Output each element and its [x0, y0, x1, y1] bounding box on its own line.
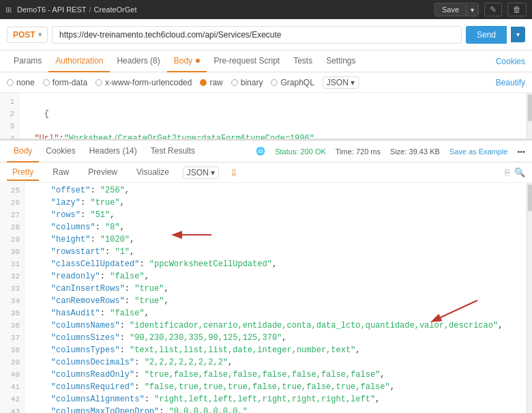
response-status: Status: 200 OK: [275, 147, 326, 156]
breadcrumb-page: CreateOrGet: [94, 5, 137, 14]
top-bar-actions: Save ▾ ✎ 🗑: [434, 3, 527, 16]
json-line: "columnsMaxToOpenDrop": "0,0,0,0,0,0,0,": [31, 405, 520, 413]
binary-radio[interactable]: [231, 79, 238, 86]
json-content: "offset": "256", "lazy": "true", "rows":…: [25, 183, 527, 413]
resp-view-preview[interactable]: Preview: [83, 165, 123, 181]
raw-radio[interactable]: [200, 79, 207, 86]
resp-json-format-label: JSON: [187, 168, 209, 177]
resp-json-format-select[interactable]: JSON ▾: [183, 167, 219, 179]
resp-tab-testresults[interactable]: Test Results: [144, 141, 202, 162]
response-size: Size: 39.43 KB: [390, 147, 440, 156]
json-line: "canRemoveRows": "true",: [31, 295, 520, 307]
resp-copy-icons: ⎘ 🔍: [505, 167, 525, 177]
resp-view-pretty[interactable]: Pretty: [7, 165, 39, 181]
json-line: "canInsertRows": "true",: [31, 283, 520, 295]
json-line: "columnsNames": "identificador,cenario,e…: [31, 319, 520, 332]
method-label: POST: [13, 30, 35, 40]
editor-content[interactable]: { "Url":"Worksheet/CreateOrGet?type=data…: [19, 93, 527, 139]
send-dropdown-button[interactable]: ▾: [511, 27, 525, 42]
save-dropdown-button[interactable]: ▾: [466, 4, 478, 16]
json-line: "lazy": "true",: [31, 197, 520, 209]
graphql-option[interactable]: GraphQL: [271, 78, 314, 87]
none-radio[interactable]: [7, 79, 14, 86]
edit-button[interactable]: ✎: [484, 3, 502, 16]
json-line: "rowsstart": "1",: [31, 246, 520, 258]
breadcrumb-sep1: /: [89, 5, 91, 14]
urlencoded-radio[interactable]: [95, 79, 102, 86]
url-input[interactable]: [52, 26, 462, 44]
none-option[interactable]: none: [7, 78, 35, 87]
binary-option[interactable]: binary: [231, 78, 263, 87]
save-button[interactable]: Save: [435, 3, 466, 16]
response-time: Time: 720 ms: [336, 147, 381, 156]
json-line: "columnsSizes": "90,230,230,335,90,125,1…: [31, 332, 520, 344]
url-bar: POST ▾ Send ▾: [0, 19, 532, 51]
request-tabs: Params Authorization Headers (8) Body Pr…: [0, 51, 532, 72]
graphql-label: GraphQL: [280, 78, 314, 87]
form-data-option[interactable]: form-data: [43, 78, 87, 87]
json-format-label: JSON: [327, 78, 349, 87]
globe-icon: 🌐: [256, 147, 265, 156]
tab-authorization[interactable]: Authorization: [48, 51, 110, 72]
json-line: "columnsReadOnly": "true,false,false,fal…: [31, 369, 520, 381]
tab-prerequest[interactable]: Pre-request Script: [207, 51, 286, 72]
tab-tests[interactable]: Tests: [286, 51, 319, 72]
breadcrumb-app: DemoT6 - API REST: [17, 5, 86, 14]
form-data-label: form-data: [53, 78, 87, 87]
json-line: "hasAudit": "false",: [31, 307, 520, 319]
resp-tab-body[interactable]: Body: [7, 141, 39, 162]
tab-settings[interactable]: Settings: [319, 51, 362, 72]
response-scrollbar[interactable]: [527, 183, 532, 413]
none-label: none: [16, 78, 35, 87]
json-line: "height": "1020",: [31, 233, 520, 246]
top-bar: ⊞ DemoT6 - API REST / CreateOrGet Save ▾…: [0, 0, 532, 19]
json-line: "offset": "256",: [31, 184, 520, 197]
request-editor: 1 2 3 4 { "Url":"Worksheet/CreateOrGet?t…: [0, 93, 532, 141]
json-viewer: 25262728293031323334353637383940414243 "…: [0, 183, 532, 413]
resp-json-format-arrow-icon: ▾: [211, 168, 215, 177]
raw-label: raw: [209, 78, 222, 87]
filter-icon[interactable]: ⇩: [230, 167, 238, 178]
raw-option[interactable]: raw: [200, 78, 222, 87]
response-meta: 🌐 Status: 200 OK Time: 720 ms Size: 39.4…: [256, 147, 525, 156]
body-type-row: none form-data x-www-form-urlencoded raw…: [0, 72, 532, 93]
json-line: "columnsRequired": "false,true,true,true…: [31, 381, 520, 393]
json-line: "columnsTypes": "text,list,list,list,dat…: [31, 344, 520, 356]
tab-params[interactable]: Params: [7, 51, 48, 72]
tab-headers[interactable]: Headers (8): [110, 51, 166, 72]
tab-body[interactable]: Body: [167, 51, 207, 72]
json-format-arrow-icon: ▾: [351, 78, 355, 87]
json-format-select[interactable]: JSON ▾: [323, 76, 359, 89]
resp-view-visualize[interactable]: Visualize: [131, 165, 175, 181]
cookies-link[interactable]: Cookies: [496, 57, 525, 66]
urlencoded-option[interactable]: x-www-form-urlencoded: [95, 78, 192, 87]
json-line: "columns": "8",: [31, 221, 520, 233]
json-line: "readonly": "false",: [31, 270, 520, 283]
editor-scrollbar[interactable]: [527, 93, 532, 139]
response-tabs: Body Cookies Headers (14) Test Results 🌐…: [0, 141, 532, 162]
method-arrow-icon: ▾: [38, 31, 42, 38]
breadcrumb: DemoT6 - API REST / CreateOrGet: [17, 5, 137, 14]
search-icon[interactable]: 🔍: [514, 167, 525, 177]
trash-button[interactable]: 🗑: [507, 3, 527, 16]
response-body-row: Pretty Raw Preview Visualize JSON ▾ ⇩ ⎘ …: [0, 162, 532, 183]
send-button[interactable]: Send: [466, 26, 507, 44]
save-example-button[interactable]: Save as Example: [449, 147, 508, 156]
urlencoded-label: x-www-form-urlencoded: [105, 78, 192, 87]
graphql-radio[interactable]: [271, 79, 278, 86]
copy-icon[interactable]: ⎘: [505, 167, 510, 177]
json-line: "rows": "51",: [31, 209, 520, 221]
resp-tab-headers[interactable]: Headers (14): [83, 141, 144, 162]
editor-line-numbers: 1 2 3 4: [0, 93, 19, 139]
json-line-numbers: 25262728293031323334353637383940414243: [0, 183, 25, 413]
beautify-button[interactable]: Beautify: [496, 78, 525, 87]
json-line: "columnsDecimals": "2,2,2,2,2,2,2,2",: [31, 356, 520, 369]
json-line: "columnsAlignments": "right,left,left,le…: [31, 393, 520, 405]
form-data-radio[interactable]: [43, 79, 50, 86]
method-select[interactable]: POST ▾: [7, 27, 48, 43]
save-btn-group[interactable]: Save ▾: [434, 3, 479, 16]
resp-tab-cookies[interactable]: Cookies: [39, 141, 82, 162]
more-icon[interactable]: •••: [517, 147, 525, 156]
binary-label: binary: [241, 78, 263, 87]
resp-view-raw[interactable]: Raw: [47, 165, 74, 181]
